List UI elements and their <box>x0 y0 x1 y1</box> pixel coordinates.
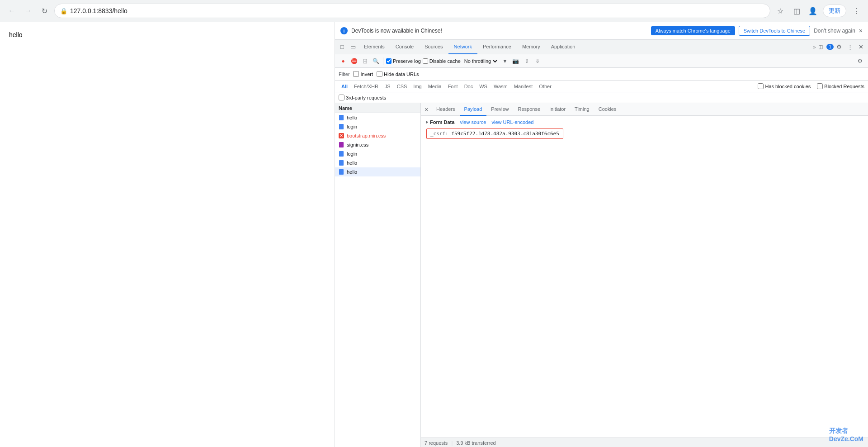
preserve-log-label[interactable]: Preserve log <box>386 58 421 64</box>
tab-initiator[interactable]: Initiator <box>545 103 570 116</box>
list-item[interactable]: hello <box>335 167 420 176</box>
tab-console[interactable]: Console <box>390 40 419 54</box>
close-notification-button[interactable]: × <box>859 27 863 34</box>
disable-cache-checkbox[interactable] <box>423 58 428 64</box>
filter-bar: Filter Invert Hide data URLs <box>335 68 868 81</box>
network-settings-button[interactable]: ⚙ <box>855 57 864 66</box>
type-css-button[interactable]: CSS <box>394 83 410 90</box>
filter-options: Invert Hide data URLs <box>353 71 419 77</box>
type-all-button[interactable]: All <box>339 83 350 90</box>
tab-payload[interactable]: Payload <box>460 103 487 116</box>
type-other-button[interactable]: Other <box>536 83 554 90</box>
filter-button[interactable]: ⌹ <box>360 57 369 66</box>
csrf-value: f59c5f22-1d78-482a-9303-c81a30f6c6e5 <box>451 131 559 137</box>
profile-button[interactable]: 👤 <box>807 5 819 17</box>
inspect-element-button[interactable]: □ <box>337 42 348 52</box>
type-img-button[interactable]: Img <box>410 83 424 90</box>
offline-button[interactable]: 📷 <box>511 57 520 66</box>
request-list: Name hello login ✕ bootstrap.min.css sig… <box>335 103 421 447</box>
invert-checkbox[interactable] <box>353 71 359 77</box>
payload-content: Form Data view source view URL-encoded _… <box>421 116 868 437</box>
doc-icon <box>339 151 344 157</box>
throttle-dropdown-button[interactable]: ▼ <box>500 57 509 66</box>
devtools-settings-button[interactable]: ⚙ <box>834 42 844 52</box>
export-button[interactable]: ⇩ <box>533 57 542 66</box>
devtools-close-button[interactable]: ✕ <box>855 42 866 52</box>
tab-headers[interactable]: Headers <box>432 103 460 116</box>
device-toolbar-button[interactable]: ▭ <box>348 42 359 52</box>
blocked-requests-checkbox[interactable] <box>817 83 823 89</box>
csrf-field: _csrf: f59c5f22-1d78-482a-9303-c81a30f6c… <box>426 128 563 139</box>
view-url-encoded-link[interactable]: view URL-encoded <box>491 119 533 125</box>
tab-cookies[interactable]: Cookies <box>594 103 621 116</box>
detail-close-button[interactable]: × <box>421 104 432 115</box>
list-item[interactable]: hello <box>335 158 420 167</box>
form-data-title: Form Data <box>426 119 454 125</box>
list-item[interactable]: hello <box>335 113 420 122</box>
third-party-checkbox[interactable] <box>339 95 344 100</box>
tab-timing[interactable]: Timing <box>570 103 594 116</box>
type-js-button[interactable]: JS <box>382 83 393 90</box>
tab-preview[interactable]: Preview <box>486 103 513 116</box>
reload-button[interactable]: ↻ <box>38 5 51 17</box>
clear-button[interactable]: ⛔ <box>349 57 359 66</box>
blocked-requests-label[interactable]: Blocked Requests <box>817 83 864 89</box>
update-button[interactable]: 更新 <box>823 5 846 17</box>
watermark-line1: 开发者 <box>829 427 863 435</box>
bookmark-button[interactable]: ☆ <box>774 5 787 17</box>
back-button[interactable]: ← <box>5 5 18 17</box>
type-filter-row: All Fetch/XHR JS CSS Img Media Font Doc … <box>335 81 868 92</box>
type-font-button[interactable]: Font <box>445 83 461 90</box>
badge-count: ◫ 1 <box>818 44 834 50</box>
tab-performance[interactable]: Performance <box>477 40 517 54</box>
cast-button[interactable]: ◫ <box>790 5 803 17</box>
throttle-select[interactable]: No throttling <box>462 58 499 64</box>
switch-devtools-button[interactable]: Switch DevTools to Chinese <box>739 26 810 36</box>
hide-data-urls-label[interactable]: Hide data URLs <box>377 71 419 77</box>
doc-icon <box>339 124 344 129</box>
dont-show-button[interactable]: Don't show again <box>814 28 855 34</box>
hide-data-urls-checkbox[interactable] <box>377 71 382 77</box>
type-media-button[interactable]: Media <box>425 83 444 90</box>
type-ws-button[interactable]: WS <box>476 83 490 90</box>
request-list-header: Name <box>335 103 420 113</box>
has-blocked-cookies-label[interactable]: Has blocked cookies <box>758 83 811 89</box>
type-manifest-button[interactable]: Manifest <box>511 83 536 90</box>
match-lang-button[interactable]: Always match Chrome's language <box>651 26 735 35</box>
record-button[interactable]: ● <box>339 57 348 66</box>
url-text: 127.0.0.1:8833/hello <box>70 7 764 14</box>
devtools-more-button[interactable]: ⋮ <box>844 42 855 52</box>
tab-response[interactable]: Response <box>513 103 545 116</box>
tab-memory[interactable]: Memory <box>517 40 546 54</box>
invert-label[interactable]: Invert <box>353 71 373 77</box>
lock-icon: 🔒 <box>60 8 67 14</box>
info-icon: i <box>340 27 348 34</box>
status-separator: | <box>451 440 453 446</box>
preserve-log-checkbox[interactable] <box>386 58 392 64</box>
status-bar: 7 requests | 3.9 kB transferred <box>421 437 868 447</box>
tab-elements[interactable]: Elements <box>359 40 390 54</box>
tab-sources[interactable]: Sources <box>419 40 448 54</box>
type-wasm-button[interactable]: Wasm <box>491 83 510 90</box>
view-source-link[interactable]: view source <box>460 119 486 125</box>
hello-text: hello <box>9 31 23 38</box>
more-tabs-button[interactable]: » <box>810 44 818 50</box>
import-button[interactable]: ⇧ <box>522 57 531 66</box>
menu-button[interactable]: ⋮ <box>850 5 863 17</box>
list-item[interactable]: login <box>335 122 420 131</box>
forward-button[interactable]: → <box>22 5 34 17</box>
has-blocked-cookies-checkbox[interactable] <box>758 83 764 89</box>
list-item[interactable]: ✕ bootstrap.min.css <box>335 131 420 140</box>
list-item[interactable]: login <box>335 149 420 158</box>
disable-cache-label[interactable]: Disable cache <box>423 58 461 64</box>
watermark-line2: DevZe.CoM <box>829 435 863 442</box>
list-item[interactable]: signin.css <box>335 140 420 149</box>
tab-application[interactable]: Application <box>546 40 581 54</box>
detail-tabs: × Headers Payload Preview Response Initi… <box>421 103 868 116</box>
type-doc-button[interactable]: Doc <box>462 83 476 90</box>
third-party-row: 3rd-party requests <box>335 92 868 103</box>
search-button[interactable]: 🔍 <box>371 57 380 66</box>
type-fetch-button[interactable]: Fetch/XHR <box>351 83 381 90</box>
tab-network[interactable]: Network <box>448 40 477 54</box>
third-party-label[interactable]: 3rd-party requests <box>339 95 386 100</box>
